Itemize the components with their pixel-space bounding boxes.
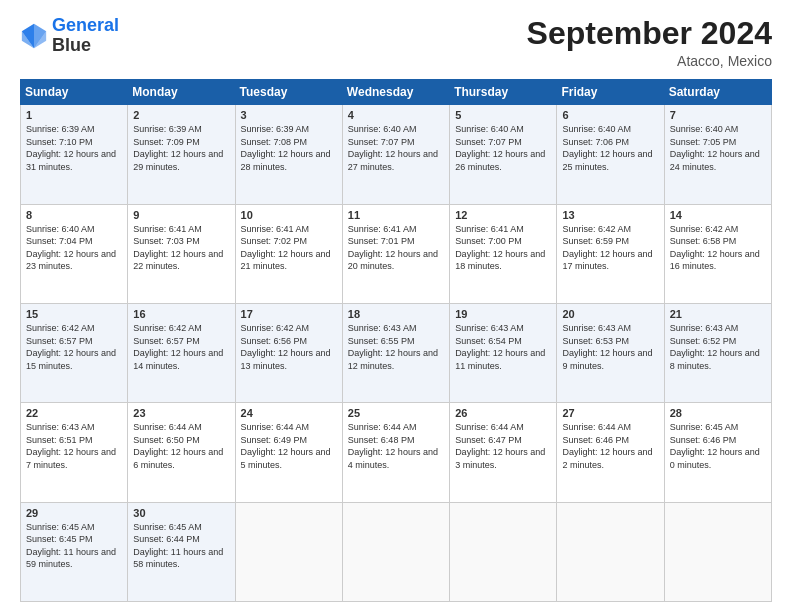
- day-info: Sunrise: 6:42 AMSunset: 6:58 PMDaylight:…: [670, 223, 766, 273]
- calendar-row: 29Sunrise: 6:45 AMSunset: 6:45 PMDayligh…: [21, 502, 772, 601]
- day-info: Sunrise: 6:39 AMSunset: 7:10 PMDaylight:…: [26, 123, 122, 173]
- day-number: 29: [26, 507, 122, 519]
- day-info: Sunrise: 6:45 AMSunset: 6:45 PMDaylight:…: [26, 521, 122, 571]
- day-info: Sunrise: 6:43 AMSunset: 6:51 PMDaylight:…: [26, 421, 122, 471]
- table-row: 1Sunrise: 6:39 AMSunset: 7:10 PMDaylight…: [21, 105, 128, 204]
- logo-icon: [20, 22, 48, 50]
- day-number: 2: [133, 109, 229, 121]
- table-row: [450, 502, 557, 601]
- day-info: Sunrise: 6:40 AMSunset: 7:07 PMDaylight:…: [348, 123, 444, 173]
- day-info: Sunrise: 6:43 AMSunset: 6:53 PMDaylight:…: [562, 322, 658, 372]
- month-title: September 2024: [527, 16, 772, 51]
- col-friday: Friday: [557, 80, 664, 105]
- table-row: 26Sunrise: 6:44 AMSunset: 6:47 PMDayligh…: [450, 403, 557, 502]
- day-number: 7: [670, 109, 766, 121]
- day-number: 14: [670, 209, 766, 221]
- day-info: Sunrise: 6:44 AMSunset: 6:50 PMDaylight:…: [133, 421, 229, 471]
- day-info: Sunrise: 6:43 AMSunset: 6:52 PMDaylight:…: [670, 322, 766, 372]
- day-number: 11: [348, 209, 444, 221]
- table-row: [557, 502, 664, 601]
- table-row: 6Sunrise: 6:40 AMSunset: 7:06 PMDaylight…: [557, 105, 664, 204]
- table-row: 4Sunrise: 6:40 AMSunset: 7:07 PMDaylight…: [342, 105, 449, 204]
- col-monday: Monday: [128, 80, 235, 105]
- day-number: 4: [348, 109, 444, 121]
- day-number: 10: [241, 209, 337, 221]
- calendar-table: Sunday Monday Tuesday Wednesday Thursday…: [20, 79, 772, 602]
- day-number: 19: [455, 308, 551, 320]
- table-row: [235, 502, 342, 601]
- day-info: Sunrise: 6:44 AMSunset: 6:47 PMDaylight:…: [455, 421, 551, 471]
- day-info: Sunrise: 6:41 AMSunset: 7:01 PMDaylight:…: [348, 223, 444, 273]
- day-info: Sunrise: 6:42 AMSunset: 6:57 PMDaylight:…: [133, 322, 229, 372]
- day-number: 21: [670, 308, 766, 320]
- table-row: 14Sunrise: 6:42 AMSunset: 6:58 PMDayligh…: [664, 204, 771, 303]
- logo: General Blue: [20, 16, 119, 56]
- day-number: 30: [133, 507, 229, 519]
- calendar-row: 22Sunrise: 6:43 AMSunset: 6:51 PMDayligh…: [21, 403, 772, 502]
- day-number: 28: [670, 407, 766, 419]
- day-info: Sunrise: 6:41 AMSunset: 7:00 PMDaylight:…: [455, 223, 551, 273]
- day-number: 8: [26, 209, 122, 221]
- day-info: Sunrise: 6:39 AMSunset: 7:08 PMDaylight:…: [241, 123, 337, 173]
- table-row: 9Sunrise: 6:41 AMSunset: 7:03 PMDaylight…: [128, 204, 235, 303]
- page: General Blue September 2024 Atacco, Mexi…: [0, 0, 792, 612]
- table-row: 23Sunrise: 6:44 AMSunset: 6:50 PMDayligh…: [128, 403, 235, 502]
- day-info: Sunrise: 6:42 AMSunset: 6:56 PMDaylight:…: [241, 322, 337, 372]
- table-row: 16Sunrise: 6:42 AMSunset: 6:57 PMDayligh…: [128, 303, 235, 402]
- title-area: September 2024 Atacco, Mexico: [527, 16, 772, 69]
- calendar-header-row: Sunday Monday Tuesday Wednesday Thursday…: [21, 80, 772, 105]
- day-info: Sunrise: 6:43 AMSunset: 6:54 PMDaylight:…: [455, 322, 551, 372]
- day-info: Sunrise: 6:40 AMSunset: 7:06 PMDaylight:…: [562, 123, 658, 173]
- table-row: 10Sunrise: 6:41 AMSunset: 7:02 PMDayligh…: [235, 204, 342, 303]
- day-number: 27: [562, 407, 658, 419]
- table-row: 17Sunrise: 6:42 AMSunset: 6:56 PMDayligh…: [235, 303, 342, 402]
- day-number: 23: [133, 407, 229, 419]
- day-info: Sunrise: 6:45 AMSunset: 6:46 PMDaylight:…: [670, 421, 766, 471]
- day-info: Sunrise: 6:41 AMSunset: 7:02 PMDaylight:…: [241, 223, 337, 273]
- day-info: Sunrise: 6:43 AMSunset: 6:55 PMDaylight:…: [348, 322, 444, 372]
- day-info: Sunrise: 6:44 AMSunset: 6:48 PMDaylight:…: [348, 421, 444, 471]
- table-row: 18Sunrise: 6:43 AMSunset: 6:55 PMDayligh…: [342, 303, 449, 402]
- day-info: Sunrise: 6:40 AMSunset: 7:07 PMDaylight:…: [455, 123, 551, 173]
- table-row: 27Sunrise: 6:44 AMSunset: 6:46 PMDayligh…: [557, 403, 664, 502]
- table-row: 29Sunrise: 6:45 AMSunset: 6:45 PMDayligh…: [21, 502, 128, 601]
- table-row: 2Sunrise: 6:39 AMSunset: 7:09 PMDaylight…: [128, 105, 235, 204]
- calendar-row: 15Sunrise: 6:42 AMSunset: 6:57 PMDayligh…: [21, 303, 772, 402]
- day-number: 22: [26, 407, 122, 419]
- header: General Blue September 2024 Atacco, Mexi…: [20, 16, 772, 69]
- table-row: 25Sunrise: 6:44 AMSunset: 6:48 PMDayligh…: [342, 403, 449, 502]
- table-row: 30Sunrise: 6:45 AMSunset: 6:44 PMDayligh…: [128, 502, 235, 601]
- table-row: 8Sunrise: 6:40 AMSunset: 7:04 PMDaylight…: [21, 204, 128, 303]
- col-sunday: Sunday: [21, 80, 128, 105]
- day-number: 1: [26, 109, 122, 121]
- col-thursday: Thursday: [450, 80, 557, 105]
- table-row: 15Sunrise: 6:42 AMSunset: 6:57 PMDayligh…: [21, 303, 128, 402]
- calendar-row: 8Sunrise: 6:40 AMSunset: 7:04 PMDaylight…: [21, 204, 772, 303]
- table-row: 28Sunrise: 6:45 AMSunset: 6:46 PMDayligh…: [664, 403, 771, 502]
- table-row: 5Sunrise: 6:40 AMSunset: 7:07 PMDaylight…: [450, 105, 557, 204]
- table-row: 3Sunrise: 6:39 AMSunset: 7:08 PMDaylight…: [235, 105, 342, 204]
- table-row: [342, 502, 449, 601]
- day-number: 16: [133, 308, 229, 320]
- day-number: 17: [241, 308, 337, 320]
- table-row: 19Sunrise: 6:43 AMSunset: 6:54 PMDayligh…: [450, 303, 557, 402]
- table-row: 22Sunrise: 6:43 AMSunset: 6:51 PMDayligh…: [21, 403, 128, 502]
- table-row: 11Sunrise: 6:41 AMSunset: 7:01 PMDayligh…: [342, 204, 449, 303]
- day-info: Sunrise: 6:45 AMSunset: 6:44 PMDaylight:…: [133, 521, 229, 571]
- day-info: Sunrise: 6:40 AMSunset: 7:04 PMDaylight:…: [26, 223, 122, 273]
- day-number: 20: [562, 308, 658, 320]
- table-row: 20Sunrise: 6:43 AMSunset: 6:53 PMDayligh…: [557, 303, 664, 402]
- col-wednesday: Wednesday: [342, 80, 449, 105]
- logo-text: General Blue: [52, 16, 119, 56]
- table-row: 13Sunrise: 6:42 AMSunset: 6:59 PMDayligh…: [557, 204, 664, 303]
- day-info: Sunrise: 6:42 AMSunset: 6:57 PMDaylight:…: [26, 322, 122, 372]
- day-info: Sunrise: 6:41 AMSunset: 7:03 PMDaylight:…: [133, 223, 229, 273]
- day-number: 12: [455, 209, 551, 221]
- day-info: Sunrise: 6:44 AMSunset: 6:49 PMDaylight:…: [241, 421, 337, 471]
- day-number: 5: [455, 109, 551, 121]
- day-number: 25: [348, 407, 444, 419]
- day-info: Sunrise: 6:40 AMSunset: 7:05 PMDaylight:…: [670, 123, 766, 173]
- day-number: 15: [26, 308, 122, 320]
- day-number: 13: [562, 209, 658, 221]
- table-row: [664, 502, 771, 601]
